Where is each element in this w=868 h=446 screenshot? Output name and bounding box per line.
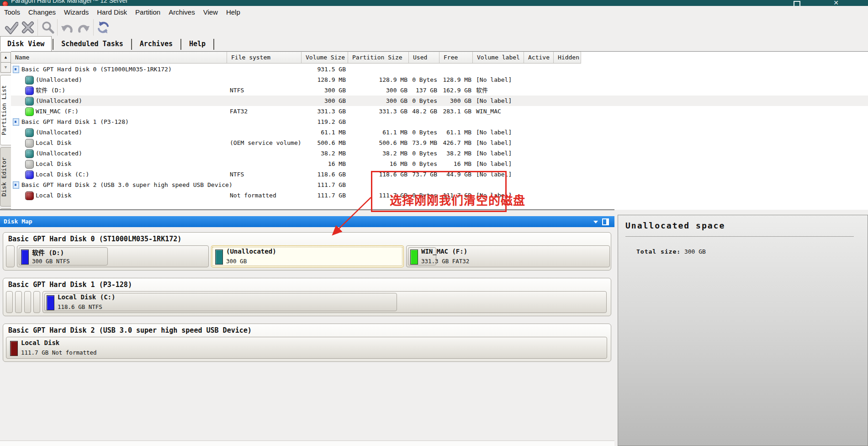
- column-header-name[interactable]: Name: [11, 52, 227, 64]
- sidebar-item-partition-list[interactable]: Partition List: [0, 75, 11, 145]
- menu-item-view[interactable]: View: [199, 6, 222, 19]
- column-header-file-system[interactable]: File system: [227, 52, 302, 64]
- row-volume-size: 111.7 GB: [292, 180, 346, 190]
- tab-scheduled-tasks[interactable]: Scheduled Tasks: [54, 37, 130, 51]
- disk-map-block-sliver[interactable]: [33, 291, 40, 313]
- row-name: Local Disk (C:): [36, 169, 89, 180]
- partition-color-chip: [10, 341, 18, 356]
- row-free: 16 MB: [439, 159, 471, 169]
- apply-button[interactable]: [3, 20, 20, 35]
- row-free: 426.7 MB: [439, 138, 471, 148]
- info-panel: Unallocated space Total size: 300 GB: [618, 215, 868, 446]
- discard-button[interactable]: [20, 20, 36, 35]
- column-header-active[interactable]: Active: [524, 52, 554, 64]
- view-tabstrip: Disk ViewScheduled TasksArchivesHelp: [0, 36, 868, 51]
- column-header-used[interactable]: Used: [409, 52, 439, 64]
- table-row-partition[interactable]: Local Disk(OEM service volume)500.6 MB73…: [11, 138, 868, 148]
- menu-item-help[interactable]: Help: [222, 6, 244, 19]
- menu-item-wizards[interactable]: Wizards: [60, 6, 93, 19]
- disk-map-block-sliver[interactable]: [24, 291, 31, 313]
- partition-name: Local Disk: [21, 339, 59, 346]
- disk-map-partition-row: Local Disk111.7 GB Not formatted: [6, 337, 607, 359]
- row-volume-label: WIN_MAC: [476, 106, 554, 117]
- row-volume-label: [No label]: [476, 96, 554, 106]
- total-size-label: Total size:: [636, 248, 681, 255]
- row-name: WIN_MAC (F:): [36, 106, 79, 117]
- disk-map-block--unallocated-[interactable]: (Unallocated)300 GB: [211, 245, 404, 267]
- row-volume-size: 331.3 GB: [292, 106, 346, 117]
- table-row-partition[interactable]: Local Disk16 MB0 Bytes16 MB[No label]16 …: [11, 159, 868, 169]
- row-volume-size: 300 GB: [292, 96, 346, 106]
- table-row-partition[interactable]: WIN_MAC (F:)FAT32331.3 GB48.2 GB283.1 GB…: [11, 106, 868, 117]
- row-name: Basic GPT Hard Disk 0 (ST1000LM035-1RK17…: [21, 64, 172, 74]
- table-row-partition[interactable]: 软件 (D:)NTFS300 GB137 GB162.9 GB软件300 GB: [11, 85, 868, 96]
- tab-help[interactable]: Help: [182, 37, 212, 51]
- window-title: Paragon Hard Disk Manager™ 12 Server: [11, 0, 128, 4]
- table-row-partition[interactable]: (Unallocated)61.1 MB0 Bytes61.1 MB[No la…: [11, 127, 868, 138]
- disk-map-block-local-disk-c-[interactable]: Local Disk (C:)118.6 GB NTFS: [42, 291, 607, 313]
- disk-map-group-2: Basic GPT Hard Disk 2 (USB 3.0 super hig…: [3, 324, 611, 362]
- column-header-partition-size[interactable]: Partition Size: [348, 52, 409, 64]
- menu-item-hard-disk[interactable]: Hard Disk: [93, 6, 131, 19]
- table-row-partition[interactable]: (Unallocated)300 GB0 Bytes300 GB[No labe…: [11, 96, 868, 106]
- menu-item-archives[interactable]: Archives: [164, 6, 199, 19]
- total-size-value: 300 GB: [684, 248, 706, 255]
- table-row-disk[interactable]: Basic GPT Hard Disk 1 (P3-128)119.2 GB: [11, 117, 868, 127]
- tab-disk-view[interactable]: Disk View: [0, 36, 52, 51]
- row-partition-size: 16 MB: [349, 159, 408, 169]
- row-used: 0 Bytes: [410, 74, 437, 85]
- disk-map-block-sliver[interactable]: [6, 291, 13, 313]
- close-button[interactable]: ✕: [833, 0, 839, 6]
- disk-map-block-local-disk[interactable]: Local Disk111.7 GB Not formatted: [6, 337, 607, 359]
- sidebar-item-disk-editor[interactable]: Disk Editor: [0, 147, 11, 207]
- partition-icon-teal: [25, 128, 34, 137]
- side-tabstrip: ▲ ▼ Partition List Disk Editor Explorer: [0, 51, 11, 211]
- row-partition-size: 500.6 MB: [349, 138, 408, 148]
- partition-color-chip: [215, 250, 223, 265]
- table-row-partition[interactable]: (Unallocated)38.2 MB0 Bytes38.2 MB[No la…: [11, 148, 868, 159]
- menu-item-tools[interactable]: Tools: [0, 6, 24, 19]
- row-partition-size: 300 GB: [349, 96, 408, 106]
- disk-map-disk-title: Basic GPT Hard Disk 0 (ST1000LM035-1RK17…: [8, 235, 181, 243]
- row-used: 137 GB: [410, 85, 437, 96]
- disk-map-block-sliver[interactable]: [6, 245, 15, 267]
- side-scroll-down-button[interactable]: ▼: [0, 62, 11, 73]
- row-name: 软件 (D:): [36, 85, 65, 96]
- redo-icon[interactable]: [75, 20, 92, 35]
- partition-info: 300 GB: [226, 258, 247, 265]
- disk-map-group-0: Basic GPT Hard Disk 0 (ST1000LM035-1RK17…: [3, 232, 611, 271]
- row-volume-label: [No label]: [476, 138, 554, 148]
- table-row-disk[interactable]: Basic GPT Hard Disk 0 (ST1000LM035-1RK17…: [11, 64, 868, 74]
- row-name: (Unallocated): [36, 74, 82, 85]
- disk-map-partition-row: Local Disk (C:)118.6 GB NTFS: [6, 291, 607, 313]
- row-partition-size: 61.1 MB: [349, 127, 408, 138]
- undo-icon[interactable]: [59, 20, 75, 35]
- row-name: (Unallocated): [36, 148, 82, 159]
- column-header-free[interactable]: Free: [439, 52, 473, 64]
- row-name: Basic GPT Hard Disk 1 (P3-128): [21, 117, 129, 127]
- row-free: 38.2 MB: [439, 148, 471, 159]
- side-scroll-up-button[interactable]: ▲: [0, 52, 11, 63]
- maximize-button[interactable]: [794, 1, 800, 6]
- title-bar: Paragon Hard Disk Manager™ 12 Server ✕: [0, 0, 868, 6]
- partition-info: 331.3 GB FAT32: [421, 258, 469, 265]
- column-header-volume-size[interactable]: Volume Size: [302, 52, 348, 64]
- disk-map-block--d-[interactable]: 软件 (D:)300 GB NTFS: [17, 245, 209, 267]
- menu-item-partition[interactable]: Partition: [131, 6, 164, 19]
- disk-map-block-win-mac-f-[interactable]: WIN_MAC (F:)331.3 GB FAT32: [406, 245, 610, 267]
- row-volume-size: 119.2 GB: [292, 117, 346, 127]
- column-header-volume-label[interactable]: Volume label: [473, 52, 524, 64]
- tab-archives[interactable]: Archives: [133, 37, 180, 51]
- column-header-hidden[interactable]: Hidden: [554, 52, 581, 64]
- partition-name: WIN_MAC (F:): [421, 248, 467, 255]
- annotation-text: 选择刚刚我们清空的磁盘: [390, 194, 525, 207]
- panel-layout-icon[interactable]: [602, 218, 609, 225]
- disk-map-block-sliver[interactable]: [15, 291, 22, 313]
- refresh-icon[interactable]: [95, 20, 111, 35]
- menu-item-changes[interactable]: Changes: [24, 6, 60, 19]
- row-name: Basic GPT Hard Disk 2 (USB 3.0 super hig…: [21, 180, 233, 190]
- preview-changes-button[interactable]: [39, 20, 56, 35]
- row-name: Local Disk: [36, 190, 71, 201]
- chevron-down-icon[interactable]: [593, 221, 598, 223]
- table-row-partition[interactable]: (Unallocated)128.9 MB0 Bytes128.9 MB[No …: [11, 74, 868, 85]
